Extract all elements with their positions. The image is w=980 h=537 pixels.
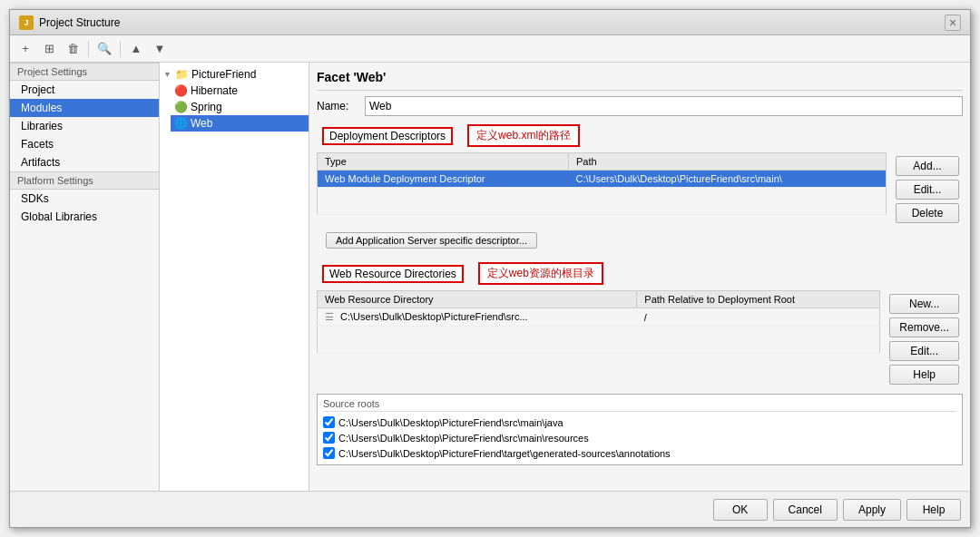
toolbar-delete-btn[interactable]: 🗑 bbox=[63, 39, 83, 59]
deployment-content: Type Path Web Module Deployment Descript… bbox=[317, 152, 963, 227]
source-root-check-3[interactable] bbox=[323, 447, 335, 459]
td-type: Web Module Deployment Descriptor bbox=[318, 171, 569, 188]
tree-web[interactable]: 🌐 Web bbox=[171, 115, 309, 132]
web-resource-annotation: 定义web资源的根目录 bbox=[478, 262, 603, 285]
toolbar-copy-btn[interactable]: ⊞ bbox=[39, 39, 59, 59]
web-resource-section: Web Resource Directories 定义web资源的根目录 Web… bbox=[317, 259, 963, 388]
web-icon: 🌐 bbox=[174, 117, 188, 130]
nav-facets[interactable]: Facets bbox=[10, 135, 159, 153]
spring-icon: 🟢 bbox=[174, 101, 188, 113]
tree-spring-label: Spring bbox=[191, 101, 222, 113]
toolbar: + ⊞ 🗑 🔍 ▲ ▼ bbox=[10, 35, 970, 63]
deployment-table: Type Path Web Module Deployment Descript… bbox=[317, 152, 887, 215]
title-bar: J Project Structure × bbox=[10, 10, 970, 35]
left-nav: Project Settings Project Modules Librari… bbox=[10, 63, 160, 491]
web-resource-table: Web Resource Directory Path Relative to … bbox=[317, 290, 880, 354]
main-content: Project Settings Project Modules Librari… bbox=[10, 63, 970, 491]
project-settings-header: Project Settings bbox=[10, 63, 159, 81]
nav-modules[interactable]: Modules bbox=[10, 99, 159, 117]
add-server-btn[interactable]: Add Application Server specific descript… bbox=[326, 232, 537, 249]
toolbar-add-btn[interactable]: + bbox=[15, 39, 35, 59]
source-roots-label: Source roots bbox=[323, 398, 956, 412]
bottom-bar: OK Cancel Apply Help bbox=[10, 491, 970, 527]
col-web-dir: Web Resource Directory bbox=[318, 291, 637, 308]
help-web-resource-btn[interactable]: Help bbox=[889, 365, 959, 385]
col-web-path: Path Relative to Deployment Root bbox=[637, 291, 880, 308]
facet-panel: Facet 'Web' Name: Deployment Descriptors… bbox=[309, 63, 970, 491]
close-button[interactable]: × bbox=[945, 15, 961, 31]
web-resource-row[interactable]: ☰ C:\Users\Dulk\Desktop\PictureFriend\sr… bbox=[318, 308, 880, 327]
td-path: C:\Users\Dulk\Desktop\PictureFriend\src\… bbox=[568, 171, 886, 188]
toolbar-separator-1 bbox=[88, 41, 89, 57]
web-resource-content: Web Resource Directory Path Relative to … bbox=[317, 290, 963, 388]
modules-tree: ▼ 📁 PictureFriend 🔴 Hibernate 🟢 Spring 🌐… bbox=[160, 63, 309, 491]
toolbar-separator-2 bbox=[120, 41, 121, 57]
toolbar-down-btn[interactable]: ▼ bbox=[150, 39, 170, 59]
project-structure-dialog: J Project Structure × + ⊞ 🗑 🔍 ▲ ▼ Projec… bbox=[9, 9, 971, 528]
deployment-section: Deployment Descriptors 定义web.xml的路径 Type… bbox=[317, 122, 963, 254]
web-resource-buttons: New... Remove... Edit... Help bbox=[886, 290, 963, 388]
app-icon: J bbox=[19, 15, 34, 30]
remove-web-resource-btn[interactable]: Remove... bbox=[889, 317, 959, 337]
source-root-row-1: C:\Users\Dulk\Desktop\PictureFriend\src\… bbox=[323, 415, 956, 430]
web-resource-table-section: Web Resource Directory Path Relative to … bbox=[317, 290, 880, 354]
apply-button[interactable]: Apply bbox=[843, 499, 901, 521]
nav-libraries[interactable]: Libraries bbox=[10, 117, 159, 135]
deployment-label: Deployment Descriptors bbox=[322, 127, 453, 145]
title-bar-left: J Project Structure bbox=[19, 15, 120, 30]
dialog-title: Project Structure bbox=[39, 16, 120, 29]
tree-hibernate-label: Hibernate bbox=[191, 84, 238, 97]
td-web-relative: / bbox=[637, 308, 880, 327]
name-label: Name: bbox=[317, 100, 358, 112]
nav-artifacts[interactable]: Artifacts bbox=[10, 153, 159, 171]
nav-global-libraries[interactable]: Global Libraries bbox=[10, 208, 159, 226]
nav-project[interactable]: Project bbox=[10, 81, 159, 99]
col-path: Path bbox=[568, 153, 886, 171]
tree-hibernate[interactable]: 🔴 Hibernate bbox=[171, 83, 309, 99]
source-root-check-2[interactable] bbox=[323, 432, 335, 444]
deployment-buttons: Add... Edit... Delete bbox=[892, 152, 963, 227]
source-roots-section: Source roots C:\Users\Dulk\Desktop\Pictu… bbox=[317, 394, 963, 465]
source-root-path-1: C:\Users\Dulk\Desktop\PictureFriend\src\… bbox=[338, 417, 564, 428]
new-web-resource-btn[interactable]: New... bbox=[889, 294, 959, 314]
source-root-path-2: C:\Users\Dulk\Desktop\PictureFriend\src\… bbox=[338, 433, 589, 444]
source-root-check-1[interactable] bbox=[323, 416, 335, 428]
deployment-annotation: 定义web.xml的路径 bbox=[467, 124, 580, 147]
folder-icon: 📁 bbox=[175, 68, 189, 81]
tree-root[interactable]: ▼ 📁 PictureFriend bbox=[160, 66, 309, 83]
source-root-row-3: C:\Users\Dulk\Desktop\PictureFriend\targ… bbox=[323, 445, 956, 461]
empty-row bbox=[318, 188, 887, 215]
name-row: Name: bbox=[317, 96, 963, 116]
web-dir-path: C:\Users\Dulk\Desktop\PictureFriend\src.… bbox=[340, 311, 528, 322]
ok-button[interactable]: OK bbox=[713, 499, 768, 521]
add-server-row: Add Application Server specific descript… bbox=[317, 227, 963, 254]
deployment-table-section: Type Path Web Module Deployment Descript… bbox=[317, 152, 887, 215]
edit-descriptor-btn[interactable]: Edit... bbox=[896, 180, 959, 200]
td-web-dir: ☰ C:\Users\Dulk\Desktop\PictureFriend\sr… bbox=[318, 308, 637, 327]
web-resource-label: Web Resource Directories bbox=[322, 265, 464, 283]
add-descriptor-btn[interactable]: Add... bbox=[896, 156, 959, 176]
source-root-path-3: C:\Users\Dulk\Desktop\PictureFriend\targ… bbox=[338, 448, 671, 459]
col-type: Type bbox=[318, 153, 569, 171]
platform-settings-header: Platform Settings bbox=[10, 171, 159, 190]
delete-descriptor-btn[interactable]: Delete bbox=[896, 203, 959, 223]
facet-title: Facet 'Web' bbox=[317, 70, 963, 91]
nav-sdks[interactable]: SDKs bbox=[10, 190, 159, 208]
empty-row-2 bbox=[318, 327, 880, 354]
cancel-button[interactable]: Cancel bbox=[773, 499, 838, 521]
table-row[interactable]: Web Module Deployment Descriptor C:\User… bbox=[318, 171, 887, 188]
toolbar-up-btn[interactable]: ▲ bbox=[126, 39, 146, 59]
help-button[interactable]: Help bbox=[906, 499, 961, 521]
toolbar-search-btn[interactable]: 🔍 bbox=[94, 39, 114, 59]
source-root-row-2: C:\Users\Dulk\Desktop\PictureFriend\src\… bbox=[323, 430, 956, 445]
edit-web-resource-btn[interactable]: Edit... bbox=[889, 341, 959, 361]
tree-web-label: Web bbox=[191, 117, 212, 130]
tree-arrow-root: ▼ bbox=[163, 70, 172, 79]
tree-spring[interactable]: 🟢 Spring bbox=[171, 99, 309, 115]
tree-root-label: PictureFriend bbox=[191, 68, 256, 81]
hibernate-icon: 🔴 bbox=[174, 84, 188, 97]
web-dir-icon: ☰ bbox=[325, 311, 334, 322]
name-input[interactable] bbox=[365, 96, 963, 116]
